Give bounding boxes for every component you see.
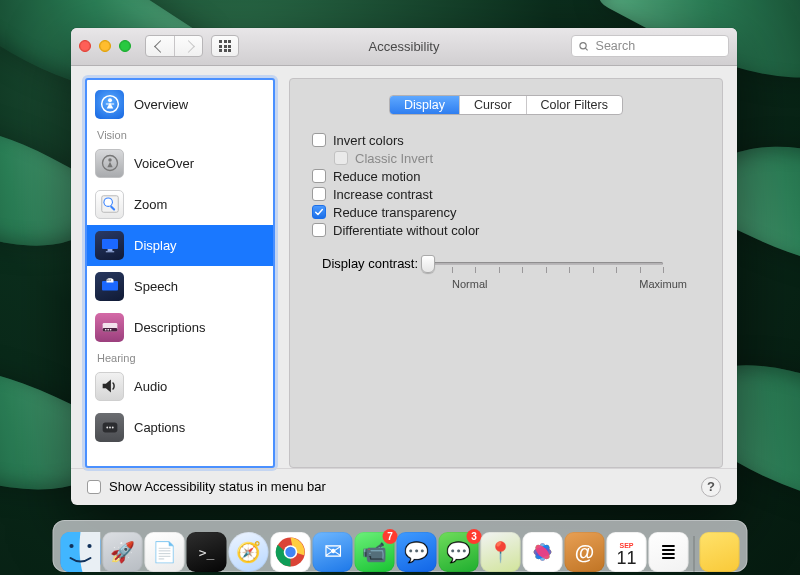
slider-min-label: Normal bbox=[452, 278, 487, 290]
svg-point-28 bbox=[87, 544, 91, 548]
dock-item-stickies[interactable] bbox=[700, 532, 740, 572]
dock-item-launchpad[interactable]: 🚀 bbox=[103, 532, 143, 572]
sidebar-item-captions[interactable]: Captions bbox=[87, 407, 273, 448]
show-status-label: Show Accessibility status in menu bar bbox=[109, 479, 326, 494]
help-button[interactable]: ? bbox=[701, 477, 721, 497]
svg-point-0 bbox=[580, 42, 586, 48]
dock-item-messenger[interactable]: 💬 bbox=[397, 532, 437, 572]
dock-badge: 7 bbox=[383, 529, 398, 544]
dock-item-photos[interactable] bbox=[523, 532, 563, 572]
option-label: Invert colors bbox=[333, 133, 404, 148]
svg-point-25 bbox=[111, 427, 113, 429]
sidebar-section-vision: Vision bbox=[87, 125, 273, 143]
sidebar-section-hearing: Hearing bbox=[87, 348, 273, 366]
window-close-button[interactable] bbox=[79, 40, 91, 52]
dock-item-safari[interactable]: 🧭 bbox=[229, 532, 269, 572]
option-reduce-transparency[interactable]: Reduce transparency bbox=[312, 205, 702, 220]
dock-item-reminders[interactable]: ≣ bbox=[649, 532, 689, 572]
option-invert-colors[interactable]: Invert colors bbox=[312, 133, 702, 148]
descriptions-icon bbox=[95, 313, 124, 342]
window-zoom-button[interactable] bbox=[119, 40, 131, 52]
sidebar-item-label: Overview bbox=[134, 97, 188, 112]
option-label: Classic Invert bbox=[355, 151, 433, 166]
display-settings-pane: Display Cursor Color Filters Invert colo… bbox=[289, 78, 723, 468]
zoom-icon bbox=[95, 190, 124, 219]
search-input[interactable] bbox=[594, 38, 722, 54]
sidebar-item-audio[interactable]: Audio bbox=[87, 366, 273, 407]
sidebar-item-voiceover[interactable]: VoiceOver bbox=[87, 143, 273, 184]
sidebar-item-label: Zoom bbox=[134, 197, 167, 212]
svg-line-1 bbox=[585, 48, 587, 50]
sidebar-item-label: Descriptions bbox=[134, 320, 206, 335]
dock-badge: 3 bbox=[467, 529, 482, 544]
sidebar-item-label: VoiceOver bbox=[134, 156, 194, 171]
sidebar-item-zoom[interactable]: Zoom bbox=[87, 184, 273, 225]
tab-display[interactable]: Display bbox=[390, 96, 459, 114]
sidebar-item-label: Audio bbox=[134, 379, 167, 394]
category-sidebar[interactable]: Overview Vision VoiceOver Zoom Displa bbox=[85, 78, 275, 468]
svg-rect-11 bbox=[107, 249, 112, 251]
dock-item-finder[interactable] bbox=[61, 532, 101, 572]
slider-max-label: Maximum bbox=[639, 278, 687, 290]
nav-back-forward bbox=[145, 35, 203, 57]
checkbox-icon bbox=[312, 187, 326, 201]
svg-point-21 bbox=[109, 329, 111, 331]
search-icon bbox=[578, 40, 590, 53]
svg-point-8 bbox=[104, 199, 111, 206]
sidebar-item-overview[interactable]: Overview bbox=[87, 84, 273, 125]
display-contrast-label: Display contrast: bbox=[322, 256, 418, 271]
option-classic-invert: Classic Invert bbox=[334, 151, 702, 166]
show-status-checkbox[interactable] bbox=[87, 480, 101, 494]
svg-point-14 bbox=[106, 279, 107, 280]
show-all-button[interactable] bbox=[211, 35, 239, 57]
checkbox-checked-icon bbox=[312, 205, 326, 219]
svg-point-20 bbox=[107, 329, 109, 331]
option-differentiate-without-color[interactable]: Differentiate without color bbox=[312, 223, 702, 238]
dock-item-mail[interactable]: ✉︎ bbox=[313, 532, 353, 572]
dock-item-calendar[interactable]: SEP11 bbox=[607, 532, 647, 572]
checkbox-icon bbox=[334, 151, 348, 165]
checkbox-icon bbox=[312, 169, 326, 183]
window-titlebar: Accessibility bbox=[71, 28, 737, 66]
sidebar-item-speech[interactable]: Speech bbox=[87, 266, 273, 307]
search-field[interactable] bbox=[571, 35, 729, 57]
accessibility-window: Accessibility Overview Vision VoiceOver bbox=[71, 28, 737, 505]
display-tabs: Display Cursor Color Filters bbox=[389, 95, 623, 115]
sidebar-item-descriptions[interactable]: Descriptions bbox=[87, 307, 273, 348]
window-footer: Show Accessibility status in menu bar ? bbox=[71, 468, 737, 506]
voiceover-icon bbox=[95, 149, 124, 178]
checkbox-icon bbox=[312, 133, 326, 147]
svg-point-27 bbox=[69, 544, 73, 548]
dock-item-notes-white[interactable]: 📄 bbox=[145, 532, 185, 572]
grid-icon bbox=[219, 40, 231, 52]
tab-color-filters[interactable]: Color Filters bbox=[526, 96, 622, 114]
dock-separator bbox=[694, 536, 695, 572]
dock-item-maps[interactable]: 📍 bbox=[481, 532, 521, 572]
sidebar-item-display[interactable]: Display bbox=[87, 225, 273, 266]
option-label: Differentiate without color bbox=[333, 223, 479, 238]
option-label: Increase contrast bbox=[333, 187, 433, 202]
option-label: Reduce motion bbox=[333, 169, 420, 184]
svg-point-19 bbox=[104, 329, 106, 331]
dock-item-terminal[interactable]: >_ bbox=[187, 532, 227, 572]
window-minimize-button[interactable] bbox=[99, 40, 111, 52]
svg-point-24 bbox=[109, 427, 111, 429]
dock-item-contacts[interactable]: @ bbox=[565, 532, 605, 572]
svg-rect-10 bbox=[102, 239, 118, 249]
svg-point-31 bbox=[285, 547, 295, 557]
display-contrast-slider[interactable] bbox=[428, 254, 663, 274]
tab-cursor[interactable]: Cursor bbox=[459, 96, 526, 114]
option-reduce-motion[interactable]: Reduce motion bbox=[312, 169, 702, 184]
sidebar-item-label: Display bbox=[134, 238, 177, 253]
speech-icon bbox=[95, 272, 124, 301]
dock-item-chrome[interactable] bbox=[271, 532, 311, 572]
option-increase-contrast[interactable]: Increase contrast bbox=[312, 187, 702, 202]
display-icon bbox=[95, 231, 124, 260]
option-label: Reduce transparency bbox=[333, 205, 457, 220]
slider-thumb[interactable] bbox=[421, 255, 435, 273]
nav-back-button[interactable] bbox=[146, 36, 174, 56]
sidebar-item-label: Captions bbox=[134, 420, 185, 435]
svg-point-15 bbox=[108, 279, 109, 280]
checkbox-icon bbox=[312, 223, 326, 237]
nav-forward-button[interactable] bbox=[174, 36, 202, 56]
